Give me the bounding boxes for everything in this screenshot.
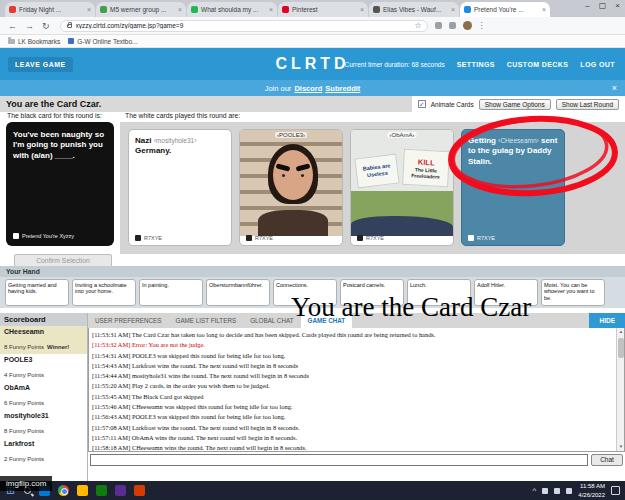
hide-button[interactable]: HIDE — [589, 313, 625, 328]
tray-expand-icon[interactable]: ^ — [533, 486, 537, 495]
scroll-up-icon[interactable]: ▲ — [617, 328, 625, 336]
photo-shirt — [258, 210, 328, 236]
photo-eyebrow — [276, 163, 291, 171]
leave-game-button[interactable]: LEAVE GAME — [8, 57, 73, 72]
tab-close-icon[interactable]: × — [360, 6, 364, 13]
tab-favicon — [464, 6, 471, 13]
browser-tab[interactable]: What shoulda my ...× — [187, 2, 277, 17]
white-card-photo-protest[interactable]: Babies are Useless KILL The Little Freel… — [350, 129, 454, 246]
close-icon[interactable]: × — [615, 1, 620, 10]
show-last-round-button[interactable]: Show Last Round — [556, 99, 619, 110]
scoreboard-row: ObAmA 6 Funny Points — [0, 382, 87, 410]
bookmark-star-icon[interactable]: ☆ — [414, 21, 421, 30]
card-logo-icon — [357, 235, 363, 241]
white-card-text: Getting ‹CHeeseamn› sent to the gulag by… — [462, 130, 564, 173]
back-icon[interactable]: ← — [8, 21, 17, 31]
tab-favicon — [282, 6, 289, 13]
chat-panel: USER PREFERENCES GAME LIST FILTERS GLOBA… — [88, 313, 625, 481]
player-tag: ‹POOLE3› — [275, 132, 307, 138]
action-center-icon[interactable] — [611, 486, 620, 495]
tab-close-icon[interactable]: × — [87, 6, 91, 13]
tab-label: Friday Night ... — [19, 6, 61, 13]
hand-card[interactable]: Inviting a schoolmate into your home. — [72, 279, 136, 306]
chat-message: [11:57:11 AM] ObAmA wins the round. The … — [92, 433, 612, 443]
tab-label: What shoulda my ... — [201, 6, 258, 13]
subreddit-link[interactable]: Subreddit — [325, 84, 360, 93]
player-points: 4 Funny Points — [4, 372, 44, 378]
browser-tab-active[interactable]: Pretend You're ...× — [460, 2, 550, 17]
log-out-button[interactable]: LOG OUT — [580, 61, 615, 68]
chat-input[interactable] — [90, 454, 588, 466]
tab-close-icon[interactable]: × — [542, 6, 546, 13]
banner-close-icon[interactable]: × — [612, 80, 617, 96]
discord-link[interactable]: Discord — [294, 84, 322, 93]
url-text[interactable]: xyzzy.clrtd.com/zy/game.jsp?game=9 — [76, 22, 411, 29]
tab-close-icon[interactable]: × — [451, 6, 455, 13]
checkmark-icon: ✓ — [419, 101, 425, 108]
chat-message: [11:54:43 AM] Larkfrost wins the round. … — [92, 361, 612, 371]
scoreboard-row: Larkfrost 2 Funny Points — [0, 438, 87, 466]
file-explorer-icon[interactable] — [77, 485, 88, 496]
chat-message: [11:55:46 AM] CHeeseamn was skipped this… — [92, 402, 612, 412]
omnibox[interactable]: xyzzy.clrtd.com/zy/game.jsp?game=9 ☆ — [60, 20, 428, 32]
tab-favicon — [100, 6, 107, 13]
white-card-photo-eyebrows[interactable]: ‹POOLE3› R7XYE — [239, 129, 343, 246]
animate-cards-checkbox[interactable]: ✓ — [418, 100, 426, 108]
your-hand-label: Your Hand — [6, 268, 40, 275]
settings-button[interactable]: SETTINGS — [457, 61, 495, 68]
browser-tab[interactable]: Friday Night ...× — [5, 2, 95, 17]
bookmark-item[interactable]: G-W Online Textbo... — [68, 38, 137, 45]
bookmark-label: LK Bookmarks — [18, 38, 60, 45]
taskbar-app-icon[interactable] — [115, 485, 126, 496]
czar-heading: You are the Card Czar. — [6, 99, 101, 109]
bookmark-favicon — [68, 38, 74, 44]
chrome-icon[interactable] — [58, 485, 69, 496]
tab-game-list-filters[interactable]: GAME LIST FILTERS — [168, 313, 243, 328]
scrollbar-thumb[interactable] — [618, 338, 624, 358]
bookmarks-bar: LK Bookmarks G-W Online Textbo... — [0, 35, 625, 48]
taskbar-clock[interactable]: 11:58 AM 4/26/2022 — [578, 482, 605, 499]
taskbar-app-icon[interactable] — [96, 485, 107, 496]
forward-icon[interactable]: → — [25, 21, 34, 31]
volume-icon[interactable] — [554, 488, 560, 494]
sign-text: The Little Freeloaders — [405, 165, 446, 179]
battery-icon[interactable] — [566, 488, 572, 494]
bookmark-folder[interactable]: LK Bookmarks — [8, 38, 60, 45]
refresh-icon[interactable]: ↻ — [42, 21, 50, 31]
chat-send-button[interactable]: Chat — [591, 454, 623, 466]
browser-tab[interactable]: Pinterest× — [278, 2, 368, 17]
hand-card[interactable]: Moist. You can be whoever you want to be… — [541, 279, 605, 306]
bookmark-label: G-W Online Textbo... — [77, 38, 137, 45]
custom-decks-button[interactable]: CUSTOM DECKS — [507, 61, 568, 68]
hand-card[interactable]: In painting. — [139, 279, 203, 306]
chat-log: [11:53:31 AM] The Card Czar has taken to… — [88, 328, 625, 452]
hand-card[interactable]: Getting married and having kids. — [5, 279, 69, 306]
hand-card[interactable]: Obersturmbannführer. — [206, 279, 270, 306]
white-card-nazi-germany[interactable]: Nazi ‹mosityhole31› Germany. R7XYE — [128, 129, 232, 246]
scroll-down-icon[interactable]: ▼ — [617, 443, 625, 451]
photo-eye — [282, 174, 285, 177]
meme-caption: You are the Card Czar — [291, 292, 531, 323]
white-card-gulag-selected[interactable]: Getting ‹CHeeseamn› sent to the gulag by… — [461, 129, 565, 246]
browser-tab[interactable]: Elias Vibes - Wauf...× — [369, 2, 459, 17]
chat-message: [11:58:18 AM] CHeeseamn wins the round. … — [92, 443, 612, 452]
taskbar-app-icon[interactable] — [134, 485, 145, 496]
player-points: 2 Funny Points — [4, 456, 44, 462]
extension-icon[interactable] — [435, 22, 442, 29]
profile-avatar[interactable] — [463, 21, 472, 30]
tab-close-icon[interactable]: × — [269, 6, 273, 13]
tab-favicon — [9, 6, 16, 13]
chat-scrollbar[interactable]: ▲ ▼ — [616, 328, 624, 451]
browser-menu-icon[interactable]: ⋮ — [478, 21, 486, 30]
extension-icon[interactable] — [449, 22, 456, 29]
show-game-options-button[interactable]: Show Game Options — [479, 99, 551, 110]
tab-close-icon[interactable]: × — [178, 6, 182, 13]
minimize-icon[interactable]: – — [585, 1, 589, 10]
browser-tab[interactable]: M5 werner group ...× — [96, 2, 186, 17]
round-labels: The black card for this round is: The wh… — [0, 112, 625, 121]
player-name: Larkfrost — [4, 440, 83, 447]
network-icon[interactable] — [542, 488, 548, 494]
browser-address-bar: ← → ↻ xyzzy.clrtd.com/zy/game.jsp?game=9… — [0, 17, 625, 35]
maximize-icon[interactable]: ▢ — [599, 1, 607, 10]
tab-user-preferences[interactable]: USER PREFERENCES — [88, 313, 168, 328]
